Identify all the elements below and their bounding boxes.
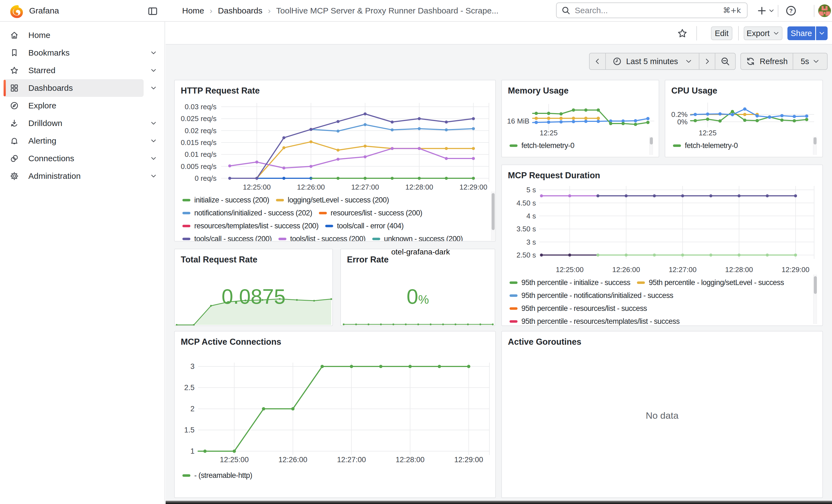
svg-text:0.01 req/s: 0.01 req/s: [185, 150, 216, 158]
legend-item[interactable]: tools/call - error (404): [325, 222, 404, 230]
chart-legend: fetch-telemetry-0: [673, 139, 811, 152]
legend-item[interactable]: fetch-telemetry-0: [510, 141, 574, 150]
svg-text:12:29:00: 12:29:00: [454, 456, 483, 464]
legend-scrollbar[interactable]: [649, 137, 653, 155]
sidebar-item-alerting[interactable]: Alerting: [0, 132, 165, 150]
legend-item[interactable]: resources/templates/list - success (200): [182, 222, 319, 230]
chevron-down-icon[interactable]: [150, 49, 157, 57]
sidebar-item-bg: [4, 26, 144, 44]
svg-text:12:27:00: 12:27:00: [669, 265, 696, 274]
svg-text:12:28:00: 12:28:00: [405, 183, 433, 191]
chevron-down-icon[interactable]: [150, 137, 157, 145]
time-range-picker[interactable]: Last 5 minutes: [606, 53, 699, 69]
help-icon[interactable]: ?: [784, 4, 798, 18]
time-range-controls: Last 5 minutes: [589, 53, 736, 70]
sidebar-item-connections[interactable]: Connections: [0, 150, 165, 167]
sidebar-item-label: Dashboards: [28, 83, 73, 93]
chart-legend: - (streamable-http): [182, 469, 484, 482]
legend-item[interactable]: initialize - success (200): [182, 196, 269, 205]
legend-label: notifications/initialized - success (202…: [194, 209, 312, 217]
error-rate-unit: %: [418, 293, 429, 306]
sidebar-item-drilldown[interactable]: Drilldown: [0, 114, 165, 132]
svg-text:5 s: 5 s: [526, 186, 536, 194]
svg-text:0 req/s: 0 req/s: [195, 174, 217, 182]
sidebar-item-bookmarks[interactable]: Bookmarks: [0, 44, 165, 62]
legend-item[interactable]: 95th percentile - resources/templates/li…: [510, 317, 680, 326]
svg-text:12:26:00: 12:26:00: [297, 183, 325, 191]
gear-icon: [10, 172, 19, 181]
legend-label: tools/call - success (200): [194, 235, 272, 242]
legend-item[interactable]: tools/call - success (200): [182, 235, 272, 242]
add-chevron-icon[interactable]: [766, 4, 776, 18]
drag-tooltip: otel-grafana-dark: [391, 247, 450, 257]
legend-item[interactable]: - (streamable-http): [182, 471, 252, 480]
sidebar-item-explore[interactable]: Explore: [0, 97, 165, 114]
legend-item[interactable]: 95th percentile - logging/setLevel - suc…: [637, 278, 784, 287]
chevron-down-icon[interactable]: [150, 155, 157, 162]
chevron-down-icon[interactable]: [150, 120, 157, 127]
svg-text:12:25: 12:25: [540, 129, 558, 137]
svg-text:12:29:00: 12:29:00: [782, 265, 809, 274]
svg-text:16 MiB: 16 MiB: [507, 117, 529, 125]
panel-total-request-rate: Total Request Rate 0.0875: [174, 249, 333, 326]
favorite-star-icon[interactable]: [677, 28, 687, 38]
legend-item[interactable]: resources/list - success (200): [319, 209, 422, 217]
panel-title[interactable]: Active Goroutines: [508, 337, 581, 347]
svg-text:12:29:00: 12:29:00: [460, 183, 487, 191]
compass-icon: [10, 101, 19, 110]
sidebar-toggle-icon[interactable]: [148, 6, 158, 16]
legend-color-marker: [276, 199, 284, 202]
search-input[interactable]: Search... ⌘+k: [556, 2, 748, 18]
share-menu-button[interactable]: [816, 26, 828, 40]
panel-mcp-active-connections: MCP Active Connections 11.522.5312:25:00…: [174, 331, 496, 498]
legend-label: 95th percentile - resources/templates/li…: [521, 317, 680, 326]
legend-item[interactable]: fetch-telemetry-0: [673, 141, 738, 150]
legend-label: 95th percentile - resources/list - succe…: [521, 304, 647, 313]
chevron-down-icon[interactable]: [150, 84, 157, 92]
svg-text:0.02 req/s: 0.02 req/s: [185, 127, 216, 135]
legend-scrollbar[interactable]: [813, 274, 817, 324]
edit-button[interactable]: Edit: [711, 26, 732, 40]
sidebar-item-dashboards[interactable]: Dashboards: [0, 79, 165, 97]
sidebar-item-starred[interactable]: Starred: [0, 62, 165, 79]
legend-item[interactable]: 95th percentile - resources/list - succe…: [510, 304, 647, 313]
legend-item[interactable]: unknown - success (200): [372, 235, 463, 242]
chevron-down-icon[interactable]: [150, 67, 157, 74]
breadcrumb-separator-icon: ›: [268, 6, 271, 15]
sidebar-item-administration[interactable]: Administration: [0, 167, 165, 185]
breadcrumb-home[interactable]: Home: [182, 6, 204, 15]
time-shift-forward-button[interactable]: [699, 53, 715, 69]
chevron-down-icon: [685, 58, 692, 65]
chevron-down-icon[interactable]: [150, 172, 157, 180]
legend-label: logging/setLevel - success (200): [288, 196, 389, 205]
legend-item[interactable]: 95th percentile - initialize - success: [510, 278, 630, 287]
user-avatar[interactable]: [818, 4, 831, 17]
zoom-out-button[interactable]: [716, 53, 735, 69]
legend-color-marker: [182, 199, 190, 202]
time-shift-back-button[interactable]: [590, 53, 605, 69]
legend-item[interactable]: notifications/initialized - success (202…: [182, 209, 312, 217]
toolbar-separator: [738, 26, 739, 41]
legend-item[interactable]: logging/setLevel - success (200): [276, 196, 389, 205]
breadcrumb-dashboards[interactable]: Dashboards: [218, 6, 262, 15]
panel-cpu-usage: CPU Usage 0.2%0%12:25 fetch-telemetry-0: [665, 80, 823, 157]
brand-row: Grafana: [0, 0, 165, 22]
legend-label: resources/templates/list - success (200): [194, 222, 319, 230]
legend-item[interactable]: tools/list - success (200): [279, 235, 366, 242]
legend-label: fetch-telemetry-0: [521, 141, 574, 150]
svg-text:1.5: 1.5: [184, 426, 194, 434]
panel-http-request-rate: HTTP Request Rate 0 req/s0.005 req/s0.01…: [174, 80, 496, 242]
svg-text:3 s: 3 s: [526, 238, 536, 246]
share-button[interactable]: Share: [787, 26, 815, 40]
legend-scrollbar[interactable]: [813, 137, 816, 155]
refresh-interval-picker[interactable]: 5s: [793, 53, 827, 69]
refresh-button[interactable]: Refresh: [741, 53, 792, 69]
legend-color-marker: [510, 320, 518, 323]
legend-item[interactable]: 95th percentile - notifications/initiali…: [510, 291, 673, 300]
legend-scrollbar[interactable]: [491, 191, 495, 240]
sidebar-item-home[interactable]: Home: [0, 26, 165, 44]
svg-text:12:26:00: 12:26:00: [279, 456, 307, 464]
sidebar-item-bg: [4, 132, 144, 150]
export-button[interactable]: Export: [744, 26, 782, 40]
sidebar-item-label: Starred: [28, 66, 55, 75]
